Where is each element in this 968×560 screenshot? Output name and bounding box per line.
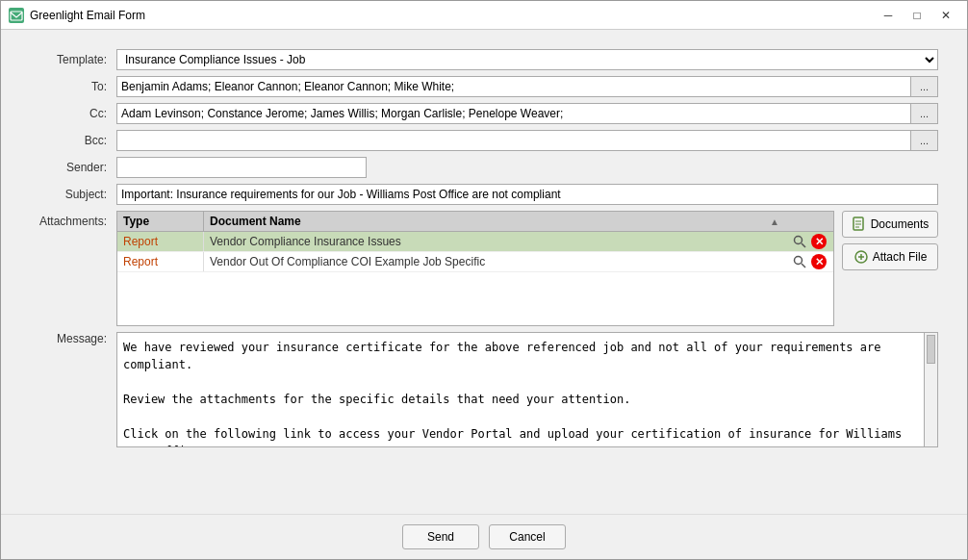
bcc-input-group: ... <box>116 130 938 151</box>
cc-input-group: ... <box>116 103 938 124</box>
attachments-section: Attachments: Type Document Name ▲ Report… <box>30 211 938 326</box>
attachments-header: Type Document Name ▲ <box>117 212 833 232</box>
att-search-button-2[interactable] <box>791 253 808 270</box>
bcc-input[interactable] <box>116 130 911 151</box>
cc-row: Cc: ... <box>30 103 938 124</box>
sender-row: Sender: <box>30 157 938 178</box>
minimize-button[interactable]: ─ <box>875 5 902 26</box>
attachments-table: Type Document Name ▲ Report Vendor Compl… <box>116 211 834 326</box>
message-wrapper: We have reviewed your insurance certific… <box>116 332 938 447</box>
message-scrollbar[interactable] <box>925 332 938 447</box>
sort-arrow-icon: ▲ <box>770 216 779 227</box>
att-delete-button-1[interactable]: ✕ <box>810 233 828 250</box>
close-button[interactable]: ✕ <box>932 5 959 26</box>
to-input-group: ... <box>116 76 938 97</box>
cancel-button[interactable]: Cancel <box>489 524 566 549</box>
message-row: Message: We have reviewed your insurance… <box>30 332 938 447</box>
delete-icon-2: ✕ <box>811 254 827 269</box>
to-label: To: <box>30 80 116 93</box>
cc-label: Cc: <box>30 107 116 120</box>
bcc-label: Bcc: <box>30 134 116 147</box>
title-bar: Greenlight Email Form ─ □ ✕ <box>1 1 967 30</box>
svg-point-3 <box>795 257 802 265</box>
subject-input[interactable] <box>116 184 938 205</box>
main-window: Greenlight Email Form ─ □ ✕ Template: In… <box>0 0 968 560</box>
svg-point-1 <box>795 237 802 244</box>
att-delete-button-2[interactable]: ✕ <box>810 253 828 270</box>
attach-file-label: Attach File <box>873 250 928 264</box>
documents-button[interactable]: Documents <box>842 211 938 238</box>
att-actions-2: ✕ <box>785 253 833 270</box>
attachment-row[interactable]: Report Vendor Out Of Compliance COI Exam… <box>117 252 833 272</box>
sender-label: Sender: <box>30 161 116 174</box>
col-name-header: Document Name ▲ <box>204 212 785 231</box>
subject-row: Subject: <box>30 184 938 205</box>
to-input[interactable] <box>116 76 911 97</box>
att-actions-1: ✕ <box>785 233 833 250</box>
window-controls: ─ □ ✕ <box>875 5 959 26</box>
svg-rect-0 <box>11 12 22 20</box>
template-label: Template: <box>30 53 116 66</box>
svg-line-2 <box>802 243 805 247</box>
maximize-button[interactable]: □ <box>904 5 930 26</box>
attachments-label: Attachments: <box>30 211 116 326</box>
message-textarea[interactable]: We have reviewed your insurance certific… <box>116 332 925 447</box>
attachments-side-buttons: Documents Attach File <box>842 211 938 326</box>
search-icon <box>792 234 807 249</box>
template-select[interactable]: Insurance Compliance Issues - Job <box>116 49 938 70</box>
to-browse-button[interactable]: ... <box>911 76 938 97</box>
documents-icon <box>852 216 867 232</box>
window-title: Greenlight Email Form <box>30 9 875 22</box>
sender-input[interactable] <box>116 157 367 178</box>
search-icon <box>792 254 807 269</box>
cc-input[interactable] <box>116 103 911 124</box>
bcc-row: Bcc: ... <box>30 130 938 151</box>
cc-browse-button[interactable]: ... <box>911 103 938 124</box>
scroll-thumb <box>927 335 935 364</box>
att-type-2: Report <box>117 252 204 271</box>
att-name-2: Vendor Out Of Compliance COI Example Job… <box>204 252 785 271</box>
message-label: Message: <box>30 332 116 345</box>
footer: Send Cancel <box>1 514 967 559</box>
to-row: To: ... <box>30 76 938 97</box>
subject-label: Subject: <box>30 188 116 201</box>
bcc-browse-button[interactable]: ... <box>911 130 938 151</box>
attachment-row[interactable]: Report Vendor Compliance Insurance Issue… <box>117 232 833 252</box>
att-name-1: Vendor Compliance Insurance Issues <box>204 232 785 251</box>
attach-file-button[interactable]: Attach File <box>842 243 938 270</box>
send-button[interactable]: Send <box>402 524 479 549</box>
template-row: Template: Insurance Compliance Issues - … <box>30 49 938 70</box>
attach-icon <box>853 249 869 265</box>
svg-line-4 <box>802 264 805 267</box>
documents-label: Documents <box>871 217 930 231</box>
form-content: Template: Insurance Compliance Issues - … <box>1 30 967 514</box>
delete-icon-1: ✕ <box>811 234 827 249</box>
col-actions-header <box>785 212 833 231</box>
att-search-button-1[interactable] <box>791 233 808 250</box>
att-type-1: Report <box>117 232 204 251</box>
app-icon <box>9 8 24 23</box>
col-type-header: Type <box>117 212 204 231</box>
